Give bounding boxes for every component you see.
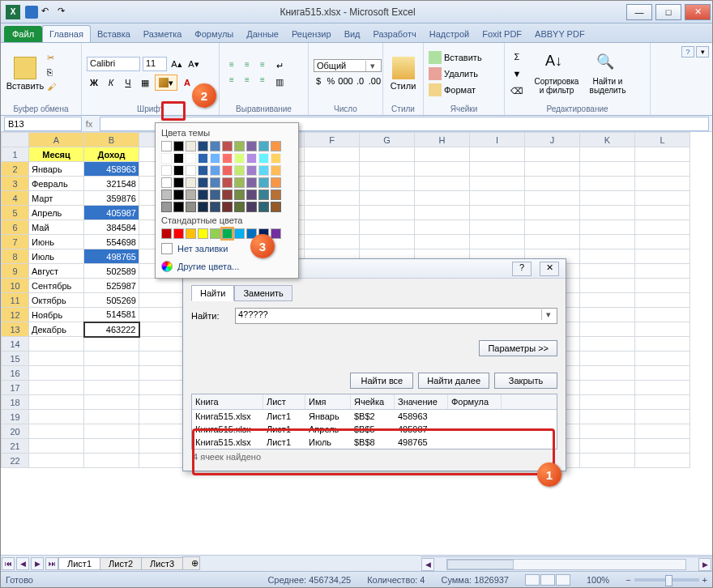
cell[interactable]: [635, 322, 690, 337]
font-color-button[interactable]: A: [180, 75, 194, 90]
border-button[interactable]: ▦: [138, 75, 152, 90]
color-swatch[interactable]: [234, 177, 245, 188]
cell[interactable]: [29, 352, 84, 366]
cell[interactable]: [29, 381, 84, 395]
tab-data[interactable]: Данные: [240, 26, 285, 42]
underline-button[interactable]: Ч: [121, 75, 135, 90]
color-swatch[interactable]: [210, 228, 220, 239]
color-swatch[interactable]: [222, 202, 233, 212]
format-cells[interactable]: Формат: [429, 83, 482, 96]
header-cell[interactable]: Месяц: [29, 147, 84, 162]
color-swatch[interactable]: [173, 202, 184, 212]
color-swatch[interactable]: [246, 153, 257, 164]
cell[interactable]: Июль: [29, 249, 84, 264]
row-header[interactable]: 18: [2, 395, 29, 410]
cell[interactable]: [580, 439, 635, 454]
cell[interactable]: [635, 147, 690, 162]
color-swatch[interactable]: [161, 141, 172, 151]
cell[interactable]: [305, 235, 360, 249]
cell[interactable]: [84, 439, 139, 454]
cell[interactable]: [525, 191, 580, 206]
cell[interactable]: [580, 395, 635, 410]
header-cell[interactable]: Доход: [84, 147, 139, 162]
redo-icon[interactable]: ↷: [58, 6, 70, 19]
cell[interactable]: [470, 162, 525, 177]
close-button[interactable]: ✕: [685, 4, 711, 20]
cell[interactable]: [415, 220, 470, 235]
cell[interactable]: [305, 220, 360, 235]
color-swatch[interactable]: [198, 177, 208, 188]
cell[interactable]: [635, 337, 690, 352]
color-swatch[interactable]: [234, 153, 245, 164]
tab-formulas[interactable]: Формулы: [188, 26, 240, 42]
cell[interactable]: [360, 162, 415, 177]
cell[interactable]: [84, 424, 139, 439]
bold-button[interactable]: Ж: [87, 75, 101, 90]
color-swatch[interactable]: [271, 228, 281, 239]
tab-replace[interactable]: Заменить: [234, 285, 292, 301]
cell[interactable]: [580, 264, 635, 279]
cell[interactable]: Февраль: [29, 177, 84, 191]
color-swatch[interactable]: [198, 153, 208, 164]
cell[interactable]: [580, 249, 635, 264]
cell[interactable]: [580, 337, 635, 352]
row-header[interactable]: 9: [2, 264, 29, 279]
sheet-nav-last[interactable]: ⏭: [45, 557, 58, 570]
fx-icon[interactable]: fx: [82, 119, 96, 129]
merge-icon[interactable]: ▥: [272, 75, 287, 89]
cell[interactable]: Ноябрь: [29, 308, 84, 322]
row-header[interactable]: 4: [2, 191, 29, 206]
color-swatch[interactable]: [210, 202, 220, 212]
cell[interactable]: [525, 206, 580, 220]
color-swatch[interactable]: [234, 165, 245, 176]
row-header[interactable]: 21: [2, 439, 29, 454]
color-swatch[interactable]: [258, 165, 269, 176]
cell[interactable]: [29, 439, 84, 454]
autosum-icon[interactable]: Σ: [510, 49, 524, 64]
find-results[interactable]: Книга Лист Имя Ячейка Значение Формула К…: [191, 394, 557, 450]
inc-decimal-icon[interactable]: .0: [355, 74, 365, 88]
parameters-button[interactable]: Параметры >>: [479, 340, 557, 356]
cell[interactable]: [580, 235, 635, 249]
tab-layout[interactable]: Разметка: [137, 26, 189, 42]
zoom-slider[interactable]: −+: [625, 575, 707, 585]
sort-filter-button[interactable]: A↓ Сортировка и фильтр: [532, 47, 582, 100]
cell[interactable]: [635, 381, 690, 395]
close-dialog-button[interactable]: Закрыть: [494, 373, 557, 389]
color-swatch[interactable]: [161, 190, 172, 200]
cell[interactable]: [580, 177, 635, 191]
currency-icon[interactable]: $: [314, 74, 323, 88]
color-swatch[interactable]: [271, 190, 281, 200]
result-row[interactable]: Книга515.xlsxЛист1Январь$B$2458963: [192, 410, 557, 423]
minimize-button[interactable]: —: [626, 4, 652, 20]
percent-icon[interactable]: %: [326, 74, 335, 88]
color-swatch[interactable]: [161, 228, 172, 239]
cell[interactable]: [525, 220, 580, 235]
cell[interactable]: 554698: [84, 235, 139, 249]
clear-icon[interactable]: ⌫: [510, 83, 524, 98]
cell[interactable]: Январь: [29, 162, 84, 177]
color-swatch[interactable]: [271, 153, 281, 164]
cell[interactable]: [470, 220, 525, 235]
cell[interactable]: [84, 395, 139, 410]
row-header[interactable]: 12: [2, 308, 29, 322]
italic-button[interactable]: К: [104, 75, 118, 90]
col-header[interactable]: L: [635, 133, 690, 147]
row-header[interactable]: 22: [2, 454, 29, 468]
cell[interactable]: 359876: [84, 191, 139, 206]
color-swatch[interactable]: [246, 177, 257, 188]
tab-home[interactable]: Главная: [42, 25, 91, 42]
cell[interactable]: 498765: [84, 249, 139, 264]
cell[interactable]: Июнь: [29, 235, 84, 249]
cell[interactable]: [84, 366, 139, 381]
tab-view[interactable]: Вид: [338, 26, 367, 42]
color-swatch[interactable]: [271, 177, 281, 188]
row-header[interactable]: 3: [2, 177, 29, 191]
row-header[interactable]: 20: [2, 424, 29, 439]
tab-foxit[interactable]: Foxit PDF: [476, 26, 528, 42]
color-swatch[interactable]: [222, 228, 233, 239]
color-swatch[interactable]: [258, 141, 269, 151]
cell[interactable]: [580, 279, 635, 293]
cell[interactable]: [635, 162, 690, 177]
color-swatch[interactable]: [161, 153, 172, 164]
